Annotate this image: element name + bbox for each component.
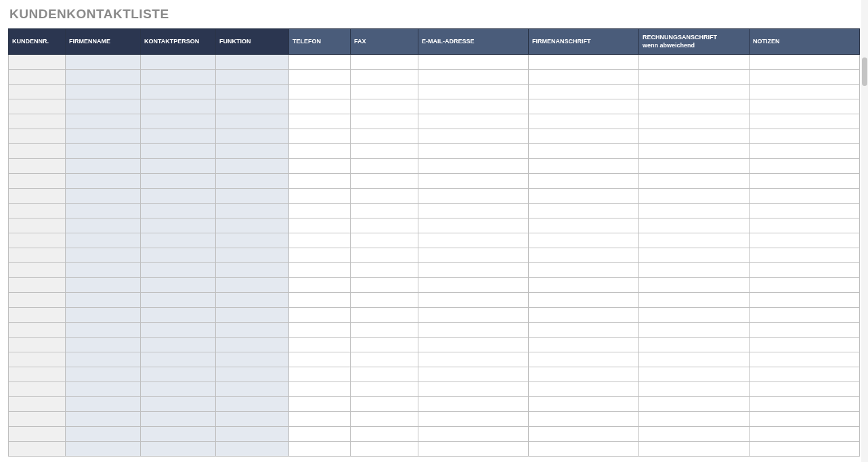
table-cell[interactable] <box>216 278 289 293</box>
table-cell[interactable] <box>9 159 66 174</box>
table-cell[interactable] <box>351 412 418 427</box>
table-cell[interactable] <box>639 55 750 70</box>
table-cell[interactable] <box>351 382 418 397</box>
table-cell[interactable] <box>351 129 418 144</box>
table-cell[interactable] <box>639 189 750 204</box>
table-cell[interactable] <box>639 233 750 248</box>
table-cell[interactable] <box>216 323 289 338</box>
table-cell[interactable] <box>289 442 351 457</box>
table-cell[interactable] <box>529 144 639 159</box>
table-cell[interactable] <box>351 159 418 174</box>
table-cell[interactable] <box>418 70 529 85</box>
column-header[interactable]: FIRMENANSCHRIFT <box>529 29 639 55</box>
table-cell[interactable] <box>216 382 289 397</box>
table-cell[interactable] <box>9 293 66 308</box>
table-cell[interactable] <box>216 144 289 159</box>
table-cell[interactable] <box>9 99 66 114</box>
table-cell[interactable] <box>639 382 750 397</box>
table-cell[interactable] <box>9 278 66 293</box>
table-cell[interactable] <box>289 278 351 293</box>
table-cell[interactable] <box>9 263 66 278</box>
table-cell[interactable] <box>750 427 860 442</box>
table-cell[interactable] <box>418 189 529 204</box>
table-cell[interactable] <box>289 293 351 308</box>
table-cell[interactable] <box>418 397 529 412</box>
table-cell[interactable] <box>9 218 66 233</box>
table-cell[interactable] <box>750 263 860 278</box>
table-cell[interactable] <box>289 189 351 204</box>
table-cell[interactable] <box>351 114 418 129</box>
table-cell[interactable] <box>141 129 216 144</box>
table-cell[interactable] <box>529 218 639 233</box>
table-cell[interactable] <box>418 248 529 263</box>
table-cell[interactable] <box>529 427 639 442</box>
table-cell[interactable] <box>529 174 639 189</box>
table-cell[interactable] <box>9 323 66 338</box>
table-cell[interactable] <box>216 427 289 442</box>
table-cell[interactable] <box>66 85 141 99</box>
table-cell[interactable] <box>529 367 639 382</box>
table-cell[interactable] <box>418 308 529 323</box>
table-cell[interactable] <box>289 323 351 338</box>
table-cell[interactable] <box>639 293 750 308</box>
table-cell[interactable] <box>418 85 529 99</box>
table-cell[interactable] <box>289 308 351 323</box>
table-cell[interactable] <box>351 144 418 159</box>
table-cell[interactable] <box>141 144 216 159</box>
table-cell[interactable] <box>529 189 639 204</box>
table-cell[interactable] <box>141 293 216 308</box>
table-cell[interactable] <box>750 189 860 204</box>
table-cell[interactable] <box>216 159 289 174</box>
table-cell[interactable] <box>66 293 141 308</box>
table-cell[interactable] <box>529 129 639 144</box>
table-cell[interactable] <box>289 338 351 352</box>
table-cell[interactable] <box>529 412 639 427</box>
table-cell[interactable] <box>639 338 750 352</box>
table-cell[interactable] <box>216 338 289 352</box>
table-cell[interactable] <box>750 55 860 70</box>
table-cell[interactable] <box>289 412 351 427</box>
table-cell[interactable] <box>529 397 639 412</box>
table-cell[interactable] <box>418 382 529 397</box>
table-cell[interactable] <box>9 412 66 427</box>
table-cell[interactable] <box>418 114 529 129</box>
table-cell[interactable] <box>750 159 860 174</box>
table-cell[interactable] <box>418 338 529 352</box>
table-cell[interactable] <box>750 114 860 129</box>
table-cell[interactable] <box>141 412 216 427</box>
table-cell[interactable] <box>351 263 418 278</box>
table-cell[interactable] <box>639 263 750 278</box>
table-cell[interactable] <box>529 442 639 457</box>
table-cell[interactable] <box>529 204 639 218</box>
table-cell[interactable] <box>639 99 750 114</box>
table-cell[interactable] <box>750 412 860 427</box>
table-cell[interactable] <box>750 323 860 338</box>
table-cell[interactable] <box>9 308 66 323</box>
table-cell[interactable] <box>289 159 351 174</box>
table-cell[interactable] <box>529 114 639 129</box>
table-cell[interactable] <box>216 99 289 114</box>
table-cell[interactable] <box>418 412 529 427</box>
table-cell[interactable] <box>216 114 289 129</box>
table-cell[interactable] <box>418 278 529 293</box>
table-cell[interactable] <box>639 174 750 189</box>
table-cell[interactable] <box>141 174 216 189</box>
table-cell[interactable] <box>750 308 860 323</box>
table-cell[interactable] <box>9 144 66 159</box>
table-cell[interactable] <box>66 233 141 248</box>
table-cell[interactable] <box>216 352 289 367</box>
table-cell[interactable] <box>529 55 639 70</box>
table-cell[interactable] <box>9 338 66 352</box>
table-cell[interactable] <box>529 85 639 99</box>
table-cell[interactable] <box>66 174 141 189</box>
table-cell[interactable] <box>216 308 289 323</box>
table-cell[interactable] <box>750 278 860 293</box>
table-cell[interactable] <box>141 263 216 278</box>
table-cell[interactable] <box>639 367 750 382</box>
table-cell[interactable] <box>529 352 639 367</box>
table-cell[interactable] <box>216 293 289 308</box>
table-cell[interactable] <box>639 278 750 293</box>
table-cell[interactable] <box>66 278 141 293</box>
table-cell[interactable] <box>639 412 750 427</box>
table-cell[interactable] <box>639 442 750 457</box>
